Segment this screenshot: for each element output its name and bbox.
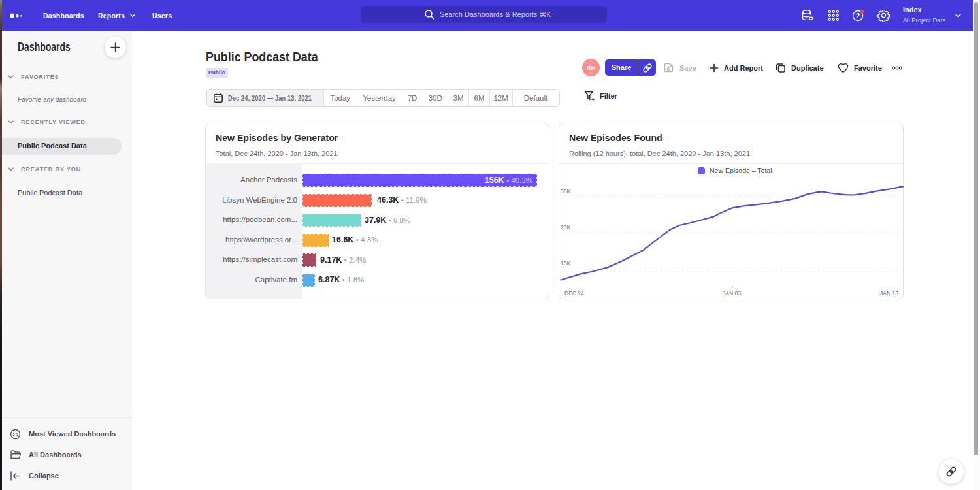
svg-text:?: ?	[856, 12, 860, 20]
